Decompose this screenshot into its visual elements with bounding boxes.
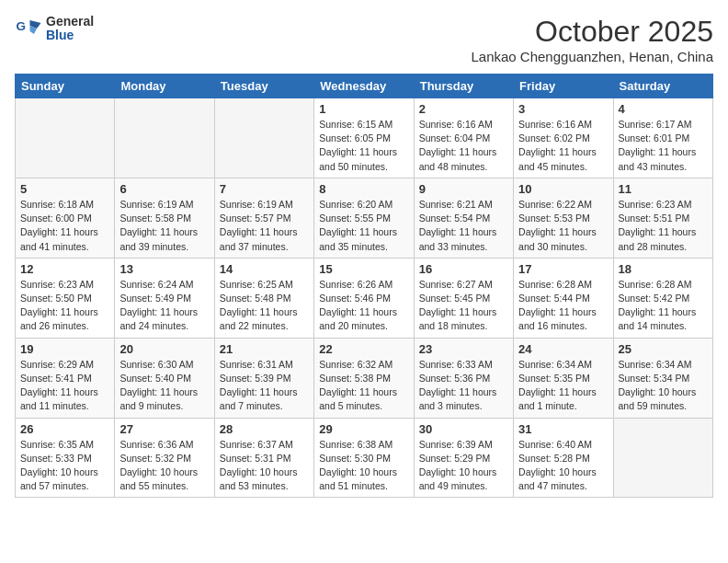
calendar-cell: 18Sunrise: 6:28 AMSunset: 5:42 PMDayligh… bbox=[613, 258, 712, 338]
calendar-day-header: Thursday bbox=[414, 75, 513, 98]
day-info: Sunrise: 6:35 AMSunset: 5:33 PMDaylight:… bbox=[20, 438, 109, 494]
sunset-text: Sunset: 5:38 PM bbox=[319, 373, 391, 384]
daylight-text: Daylight: 11 hours and 28 minutes. bbox=[619, 226, 697, 251]
day-info: Sunrise: 6:29 AMSunset: 5:41 PMDaylight:… bbox=[20, 358, 109, 414]
day-number: 2 bbox=[419, 102, 508, 116]
day-number: 13 bbox=[119, 262, 209, 276]
sunrise-text: Sunrise: 6:19 AM bbox=[220, 199, 293, 210]
day-info: Sunrise: 6:37 AMSunset: 5:31 PMDaylight:… bbox=[220, 438, 309, 494]
daylight-text: Daylight: 11 hours and 50 minutes. bbox=[319, 146, 397, 171]
sunrise-text: Sunrise: 6:24 AM bbox=[119, 279, 193, 290]
calendar-week-row: 5Sunrise: 6:18 AMSunset: 6:00 PMDaylight… bbox=[16, 178, 713, 258]
day-number: 30 bbox=[419, 422, 508, 436]
sunset-text: Sunset: 5:48 PM bbox=[220, 293, 291, 304]
sunset-text: Sunset: 5:40 PM bbox=[119, 373, 191, 384]
day-info: Sunrise: 6:33 AMSunset: 5:36 PMDaylight:… bbox=[419, 358, 508, 414]
daylight-text: Daylight: 11 hours and 45 minutes. bbox=[518, 146, 597, 171]
calendar-cell: 2Sunrise: 6:16 AMSunset: 6:04 PMDaylight… bbox=[414, 98, 513, 178]
calendar-cell: 23Sunrise: 6:33 AMSunset: 5:36 PMDayligh… bbox=[414, 338, 513, 418]
daylight-text: Daylight: 11 hours and 20 minutes. bbox=[319, 306, 397, 331]
logo: G General Blue bbox=[15, 15, 94, 43]
day-info: Sunrise: 6:38 AMSunset: 5:30 PMDaylight:… bbox=[319, 438, 408, 494]
day-info: Sunrise: 6:19 AMSunset: 5:58 PMDaylight:… bbox=[119, 198, 209, 254]
calendar-week-row: 19Sunrise: 6:29 AMSunset: 5:41 PMDayligh… bbox=[16, 338, 713, 418]
day-number: 14 bbox=[220, 262, 309, 276]
sunset-text: Sunset: 6:01 PM bbox=[619, 132, 690, 144]
calendar-cell: 12Sunrise: 6:23 AMSunset: 5:50 PMDayligh… bbox=[16, 258, 115, 338]
sunrise-text: Sunrise: 6:32 AM bbox=[319, 359, 392, 370]
daylight-text: Daylight: 11 hours and 37 minutes. bbox=[220, 226, 298, 251]
sunset-text: Sunset: 5:41 PM bbox=[20, 373, 92, 384]
calendar-cell: 19Sunrise: 6:29 AMSunset: 5:41 PMDayligh… bbox=[16, 338, 115, 418]
day-number: 10 bbox=[518, 182, 608, 196]
calendar-cell: 7Sunrise: 6:19 AMSunset: 5:57 PMDaylight… bbox=[214, 178, 313, 258]
day-info: Sunrise: 6:25 AMSunset: 5:48 PMDaylight:… bbox=[220, 278, 309, 334]
daylight-text: Daylight: 11 hours and 18 minutes. bbox=[419, 306, 497, 331]
calendar-day-header: Sunday bbox=[16, 75, 115, 98]
day-info: Sunrise: 6:34 AMSunset: 5:35 PMDaylight:… bbox=[518, 358, 608, 414]
sunrise-text: Sunrise: 6:39 AM bbox=[419, 439, 493, 450]
day-info: Sunrise: 6:16 AMSunset: 6:02 PMDaylight:… bbox=[518, 118, 608, 174]
day-number: 3 bbox=[518, 102, 608, 116]
sunset-text: Sunset: 5:39 PM bbox=[220, 373, 291, 384]
sunrise-text: Sunrise: 6:29 AM bbox=[20, 359, 94, 370]
day-number: 16 bbox=[419, 262, 508, 276]
sunset-text: Sunset: 5:58 PM bbox=[119, 213, 191, 224]
sunset-text: Sunset: 6:04 PM bbox=[419, 132, 491, 144]
sunrise-text: Sunrise: 6:38 AM bbox=[319, 439, 392, 450]
title-block: October 2025 Lankao Chengguanzhen, Henan… bbox=[471, 15, 713, 64]
sunset-text: Sunset: 5:57 PM bbox=[220, 213, 291, 224]
sunrise-text: Sunrise: 6:21 AM bbox=[419, 199, 493, 210]
day-info: Sunrise: 6:36 AMSunset: 5:32 PMDaylight:… bbox=[119, 438, 209, 494]
sunrise-text: Sunrise: 6:33 AM bbox=[419, 359, 493, 370]
day-number: 20 bbox=[119, 342, 209, 356]
sunrise-text: Sunrise: 6:37 AM bbox=[220, 439, 293, 450]
sunrise-text: Sunrise: 6:16 AM bbox=[419, 119, 493, 130]
daylight-text: Daylight: 11 hours and 14 minutes. bbox=[619, 306, 697, 331]
day-info: Sunrise: 6:32 AMSunset: 5:38 PMDaylight:… bbox=[319, 358, 408, 414]
sunrise-text: Sunrise: 6:17 AM bbox=[619, 119, 692, 130]
day-info: Sunrise: 6:28 AMSunset: 5:42 PMDaylight:… bbox=[619, 278, 708, 334]
day-number: 4 bbox=[619, 102, 708, 116]
daylight-text: Daylight: 11 hours and 16 minutes. bbox=[518, 306, 597, 331]
sunset-text: Sunset: 6:02 PM bbox=[518, 132, 590, 144]
calendar-cell: 20Sunrise: 6:30 AMSunset: 5:40 PMDayligh… bbox=[115, 338, 214, 418]
sunset-text: Sunset: 6:05 PM bbox=[319, 132, 391, 144]
sunset-text: Sunset: 5:55 PM bbox=[319, 213, 391, 224]
sunset-text: Sunset: 5:53 PM bbox=[518, 213, 590, 224]
day-info: Sunrise: 6:27 AMSunset: 5:45 PMDaylight:… bbox=[419, 278, 508, 334]
sunset-text: Sunset: 5:51 PM bbox=[619, 213, 690, 224]
daylight-text: Daylight: 10 hours and 47 minutes. bbox=[518, 466, 597, 491]
day-number: 25 bbox=[619, 342, 708, 356]
calendar-cell: 15Sunrise: 6:26 AMSunset: 5:46 PMDayligh… bbox=[314, 258, 414, 338]
day-number: 23 bbox=[419, 342, 508, 356]
sunrise-text: Sunrise: 6:15 AM bbox=[319, 119, 392, 130]
day-info: Sunrise: 6:19 AMSunset: 5:57 PMDaylight:… bbox=[220, 198, 309, 254]
calendar-day-header: Wednesday bbox=[314, 75, 414, 98]
calendar-cell: 9Sunrise: 6:21 AMSunset: 5:54 PMDaylight… bbox=[414, 178, 513, 258]
day-number: 24 bbox=[518, 342, 608, 356]
day-number: 29 bbox=[319, 422, 408, 436]
day-info: Sunrise: 6:23 AMSunset: 5:51 PMDaylight:… bbox=[619, 198, 708, 254]
daylight-text: Daylight: 11 hours and 33 minutes. bbox=[419, 226, 497, 251]
calendar-header-row: SundayMondayTuesdayWednesdayThursdayFrid… bbox=[16, 75, 713, 98]
sunrise-text: Sunrise: 6:16 AM bbox=[518, 119, 592, 130]
sunrise-text: Sunrise: 6:28 AM bbox=[518, 279, 592, 290]
calendar-cell bbox=[613, 418, 712, 498]
sunset-text: Sunset: 5:34 PM bbox=[619, 373, 690, 384]
sunset-text: Sunset: 5:35 PM bbox=[518, 373, 590, 384]
day-number: 6 bbox=[119, 182, 209, 196]
day-info: Sunrise: 6:30 AMSunset: 5:40 PMDaylight:… bbox=[119, 358, 209, 414]
day-info: Sunrise: 6:23 AMSunset: 5:50 PMDaylight:… bbox=[20, 278, 109, 334]
day-info: Sunrise: 6:16 AMSunset: 6:04 PMDaylight:… bbox=[419, 118, 508, 174]
day-number: 7 bbox=[220, 182, 309, 196]
sunrise-text: Sunrise: 6:30 AM bbox=[119, 359, 193, 370]
calendar-day-header: Tuesday bbox=[214, 75, 313, 98]
sunrise-text: Sunrise: 6:18 AM bbox=[20, 199, 94, 210]
daylight-text: Daylight: 11 hours and 43 minutes. bbox=[619, 146, 697, 171]
svg-text:G: G bbox=[17, 19, 27, 33]
daylight-text: Daylight: 11 hours and 5 minutes. bbox=[319, 386, 397, 411]
logo-general: General bbox=[46, 15, 94, 29]
day-info: Sunrise: 6:18 AMSunset: 6:00 PMDaylight:… bbox=[20, 198, 109, 254]
sunset-text: Sunset: 5:49 PM bbox=[119, 293, 191, 304]
